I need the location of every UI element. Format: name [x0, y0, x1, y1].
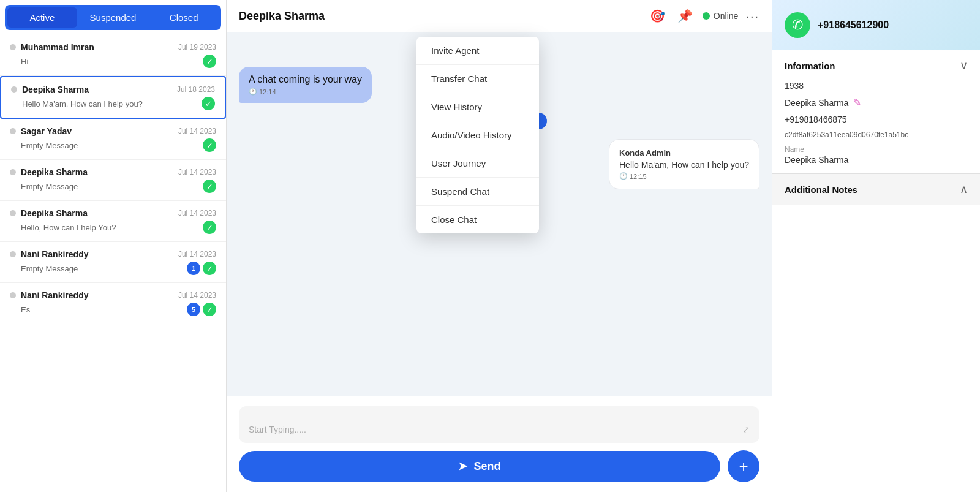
chat-item-name: Deepika Sharma — [21, 167, 173, 177]
chat-contact-name: Deepika Sharma — [239, 10, 640, 23]
chat-header: Deepika Sharma 🎯 📌 Online ··· — [227, 0, 772, 32]
unread-badge: 1 — [187, 262, 200, 275]
chat-item-preview: Empty Message — [21, 141, 203, 150]
chevron-up-icon: ∧ — [960, 183, 968, 196]
info-contact-row: Deepika Sharma ✎ — [785, 97, 968, 108]
info-name-value: Deepika Sharma — [785, 155, 968, 165]
outgoing-bubble: Konda Admin Hello Ma'am, How can I help … — [609, 139, 760, 189]
right-panel-header: ✆ +918645612900 — [772, 0, 980, 50]
tab-suspended[interactable]: Suspended — [78, 7, 148, 28]
info-phone-row: +919818466875 — [785, 115, 968, 124]
dropdown-item[interactable]: Suspend Chat — [417, 178, 539, 206]
chat-item-preview: Empty Message — [21, 182, 203, 191]
dropdown-item[interactable]: Close Chat — [417, 206, 539, 233]
dropdown-item[interactable]: Transfer Chat — [417, 65, 539, 93]
phone-number: +918645612900 — [818, 20, 889, 31]
chat-item-date: Jul 14 2023 — [178, 250, 216, 259]
chat-item-date: Jul 14 2023 — [178, 168, 216, 176]
chat-item-date: Jul 14 2023 — [178, 127, 216, 135]
outgoing-text: Hello Ma'am, How can I help you? — [619, 160, 749, 170]
chat-item-name: Deepika Sharma — [21, 208, 173, 218]
tab-bar: Active Suspended Closed — [5, 5, 221, 30]
chevron-down-icon: ∨ — [960, 59, 968, 72]
tab-closed[interactable]: Closed — [149, 7, 219, 28]
online-label: Online — [714, 11, 738, 21]
pin-icon-btn[interactable]: 📌 — [675, 6, 695, 26]
incoming-text: A chat coming is your way — [249, 74, 362, 85]
whatsapp-channel-icon: ✓ — [203, 303, 216, 316]
info-body: 1938 Deepika Sharma ✎ +919818466875 c2df… — [772, 81, 980, 173]
chat-item-name: Deepika Sharma — [22, 85, 172, 94]
info-contact-id: c2df8af6253a11eea09d0670fe1a51bc — [785, 131, 968, 139]
chat-status-dot — [11, 86, 17, 93]
chat-list-item[interactable]: Nani Rankireddy Jul 14 2023 Empty Messag… — [0, 242, 226, 283]
more-options-btn[interactable]: ··· — [745, 9, 760, 23]
chat-status-dot — [10, 292, 16, 298]
outgoing-time: 🕐12:15 — [619, 172, 749, 180]
chat-input-area: Start Typing..... ⤢ ➤ Send + — [227, 396, 772, 492]
chat-item-preview: Hi — [21, 57, 203, 66]
dropdown-item[interactable]: Invite Agent — [417, 37, 539, 65]
chat-status-dot — [10, 128, 16, 134]
chat-status-dot — [10, 251, 16, 257]
whatsapp-icon: ✆ — [785, 12, 810, 38]
dropdown-item[interactable]: User Journey — [417, 149, 539, 178]
chat-item-preview: Empty Message — [21, 264, 187, 273]
whatsapp-channel-icon: ✓ — [202, 97, 215, 110]
tab-active[interactable]: Active — [7, 7, 77, 28]
outgoing-sender: Konda Admin — [619, 148, 749, 157]
info-section: Information ∨ 1938 Deepika Sharma ✎ +919… — [772, 50, 980, 174]
right-panel: ✆ +918645612900 Information ∨ 1938 Deepi… — [772, 0, 980, 492]
send-row: ➤ Send + — [239, 450, 760, 482]
info-contact-name: Deepika Sharma ✎ — [785, 97, 968, 108]
chat-list-item[interactable]: Deepika Sharma Jul 18 2023 Hello Ma'am, … — [0, 76, 226, 119]
chat-item-name: Sagar Yadav — [21, 126, 173, 136]
chat-list: Muhammad Imran Jul 19 2023 Hi ✓ Deepika … — [0, 35, 226, 492]
resize-icon: ⤢ — [742, 425, 750, 434]
avatar-icon-btn[interactable]: 🎯 — [647, 6, 668, 26]
chat-item-date: Jul 19 2023 — [178, 43, 216, 51]
whatsapp-channel-icon: ✓ — [203, 55, 216, 68]
dropdown-item[interactable]: View History — [417, 93, 539, 121]
notes-section: Additional Notes ∧ — [772, 174, 980, 492]
chat-item-date: Jul 18 2023 — [177, 85, 215, 94]
dropdown-item[interactable]: Audio/Video History — [417, 121, 539, 149]
chat-list-item[interactable]: Nani Rankireddy Jul 14 2023 Es 5 ✓ — [0, 283, 226, 324]
info-header[interactable]: Information ∨ — [772, 50, 980, 81]
incoming-time: 🕐12:14 — [249, 88, 362, 96]
chat-item-date: Jul 14 2023 — [178, 209, 216, 218]
input-box[interactable]: Start Typing..... ⤢ — [239, 406, 760, 443]
online-dot — [703, 12, 710, 20]
notes-title: Additional Notes — [785, 184, 858, 195]
input-placeholder: Start Typing..... — [249, 425, 742, 434]
add-button[interactable]: + — [728, 450, 760, 482]
chat-list-item[interactable]: Sagar Yadav Jul 14 2023 Empty Message ✓ — [0, 119, 226, 160]
notes-header[interactable]: Additional Notes ∧ — [772, 174, 980, 205]
incoming-bubble: A chat coming is your way 🕐12:14 — [239, 67, 372, 103]
info-cid-row: c2df8af6253a11eea09d0670fe1a51bc — [785, 131, 968, 139]
online-status: Online — [703, 11, 738, 21]
chat-item-name: Muhammad Imran — [21, 42, 173, 52]
chat-list-item[interactable]: Deepika Sharma Jul 14 2023 Hello, How ca… — [0, 201, 226, 242]
info-phone-value: +919818466875 — [785, 115, 968, 124]
chat-item-name: Nani Rankireddy — [21, 290, 173, 300]
chat-item-name: Nani Rankireddy — [21, 249, 173, 259]
edit-icon[interactable]: ✎ — [853, 97, 861, 108]
send-label: Send — [473, 460, 500, 473]
chat-status-dot — [10, 210, 16, 216]
info-id-row: 1938 — [785, 81, 968, 91]
chat-item-preview: Es — [21, 305, 187, 314]
chat-list-item[interactable]: Deepika Sharma Jul 14 2023 Empty Message… — [0, 160, 226, 201]
send-button[interactable]: ➤ Send — [239, 451, 720, 482]
info-section-title: Information — [785, 61, 835, 71]
whatsapp-channel-icon: ✓ — [203, 221, 216, 234]
whatsapp-channel-icon: ✓ — [203, 262, 216, 275]
chat-list-item[interactable]: Muhammad Imran Jul 19 2023 Hi ✓ — [0, 35, 226, 76]
info-name-label: Name — [785, 145, 968, 154]
chat-item-preview: Hello, How can I help You? — [21, 223, 203, 232]
chat-status-dot — [10, 169, 16, 175]
chat-wrapper: Deepika Sharma 🎯 📌 Online ··· Jul 18 202… — [227, 0, 772, 492]
info-name-row: Name Deepika Sharma — [785, 145, 968, 165]
chat-item-preview: Hello Ma'am, How can I help you? — [22, 99, 202, 108]
send-icon: ➤ — [458, 460, 467, 473]
